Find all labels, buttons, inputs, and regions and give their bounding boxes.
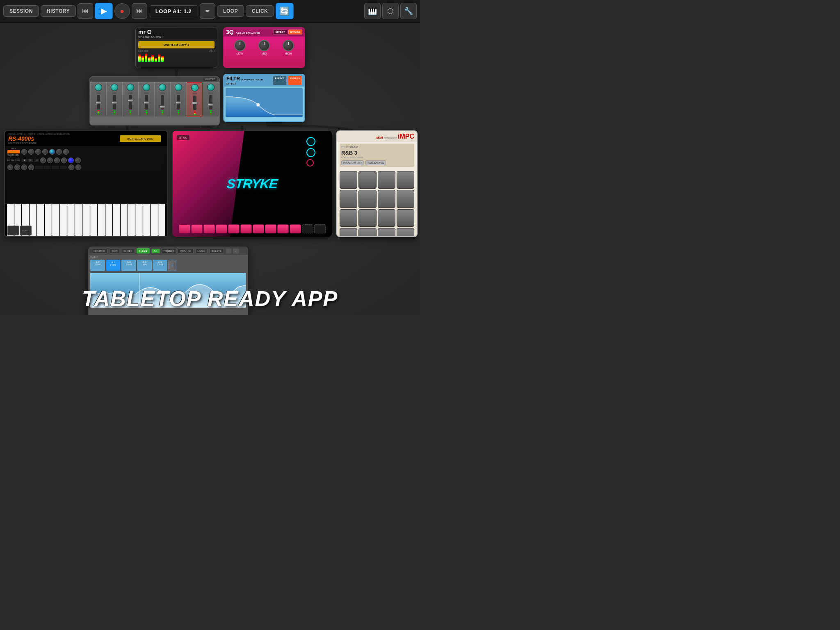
t101-impulse-btn[interactable]: IMPULSE: [178, 249, 193, 253]
settings-button[interactable]: 🔧: [400, 3, 417, 19]
loop-button[interactable]: LOOP: [217, 5, 244, 17]
mixer-channel-8[interactable]: PAN: [203, 82, 219, 116]
channel-4-knob[interactable]: [143, 84, 150, 91]
channel-1-fader[interactable]: [97, 95, 100, 110]
flt-e-btn[interactable]: [60, 166, 67, 169]
impc-pad-14[interactable]: [358, 228, 376, 237]
rewind-button[interactable]: ⏮: [78, 3, 93, 19]
flt-freq-btn[interactable]: [52, 166, 59, 169]
play-button[interactable]: ▶: [95, 3, 113, 19]
history-button[interactable]: HISTORY: [41, 5, 76, 17]
rs4000-knob-decay2[interactable]: [14, 164, 20, 170]
rs4000-knob-balance[interactable]: [56, 149, 62, 155]
channel-3-knob[interactable]: [127, 84, 134, 91]
channel-2-knob[interactable]: [111, 84, 118, 91]
filtr-instrument[interactable]: FILTR LOW PASS FILTER EFFECT EFFECT BYPA…: [223, 74, 305, 122]
rs4000-knob-sustain2[interactable]: [21, 164, 27, 170]
key-a3[interactable]: [151, 204, 158, 236]
rs4000-knob-release2[interactable]: [28, 164, 34, 170]
lfo-fade-btn[interactable]: [43, 166, 51, 169]
rs4000-knob-drive[interactable]: [63, 149, 69, 155]
rs4000-knob-release[interactable]: [75, 158, 81, 163]
key-d2[interactable]: [67, 204, 74, 236]
loop-position-display[interactable]: LOOP A1: 1.2: [149, 5, 198, 17]
key-e2[interactable]: [75, 204, 82, 236]
key-a[interactable]: [45, 204, 52, 236]
stryke-pad-knob-1[interactable]: [302, 224, 313, 233]
impc-pad-9[interactable]: [340, 209, 357, 227]
impc-pad-16[interactable]: [397, 228, 414, 237]
lfo-rate-btn[interactable]: [35, 166, 43, 169]
record-button[interactable]: ●: [114, 3, 130, 19]
impc-pad-1[interactable]: [340, 171, 357, 189]
rs4000-keyboard[interactable]: SCROLL: [5, 203, 167, 236]
stryke-pad-knob-2[interactable]: [314, 224, 326, 233]
key-a2[interactable]: [98, 204, 105, 236]
bypass-toggle[interactable]: BYPASS: [288, 30, 302, 34]
channel-1-knob[interactable]: [95, 84, 102, 91]
channel-4-fader[interactable]: [145, 95, 148, 110]
mixer-channel-5[interactable]: PAN: [155, 82, 170, 116]
mixer-instrument[interactable]: MASTER PAN PAN: [89, 76, 220, 126]
channel-7-fader[interactable]: [193, 96, 196, 110]
key-e3[interactable]: [128, 204, 135, 236]
stryke-pad-6[interactable]: [240, 224, 252, 233]
effect-toggle[interactable]: EFFECT: [273, 30, 287, 34]
t101-track-4[interactable]: A.4 2 BPM: [153, 260, 167, 271]
mixer-channel-1[interactable]: PAN: [91, 82, 106, 116]
sync-button[interactable]: 🔄: [276, 3, 294, 19]
impc-pad-2[interactable]: [358, 171, 376, 189]
key-d3[interactable]: [121, 204, 128, 236]
mixer-channel-3[interactable]: PAN: [123, 82, 138, 116]
key-c2[interactable]: [60, 204, 67, 236]
stryke-pad-2[interactable]: [191, 224, 203, 233]
rs4000-knob-mwave[interactable]: [42, 149, 48, 155]
channel-5-knob[interactable]: [159, 84, 166, 91]
t101-minus-btn[interactable]: -: [226, 249, 231, 253]
t101-track-1[interactable]: A.1 2 BPM: [106, 260, 121, 271]
filter-type-btn[interactable]: LP: [22, 159, 27, 162]
rs4000-knob-decay[interactable]: [61, 158, 67, 163]
key-f3[interactable]: [135, 204, 142, 236]
pencil-button[interactable]: ✏: [200, 3, 215, 19]
key-g2[interactable]: [90, 204, 97, 236]
mixer-channel-2[interactable]: PAN: [107, 82, 122, 116]
channel-7-knob[interactable]: [191, 84, 199, 91]
filter-type-btn[interactable]: BP: [27, 159, 33, 162]
filtr-display[interactable]: [226, 88, 303, 117]
channel-8-fader[interactable]: [209, 95, 212, 110]
eq-high-knob[interactable]: [283, 40, 294, 51]
nodes-button[interactable]: ⬡: [382, 3, 399, 19]
impc-new-sample-btn[interactable]: NEW SAMPLE: [365, 160, 386, 165]
impc-program-list-btn[interactable]: PROGRAM LIST: [341, 160, 364, 165]
rs4000-knob-sustain[interactable]: [68, 158, 74, 163]
channel-2-fader[interactable]: [113, 95, 116, 110]
channel-5-fader[interactable]: [161, 95, 164, 110]
click-button[interactable]: CLICK: [246, 5, 274, 17]
mr-o-instrument[interactable]: mr O MASTER OUTPUT UNTITLED COPY 2 OUTPU…: [135, 27, 217, 68]
key-b[interactable]: [52, 204, 59, 236]
eq-mid-knob[interactable]: [258, 40, 270, 51]
rs4000-knob-octave[interactable]: [21, 149, 27, 155]
t101-a1-btn[interactable]: A.1: [151, 249, 160, 253]
rs4000-knob-phmod[interactable]: [49, 149, 55, 155]
rs4000-knob-attack[interactable]: [54, 158, 60, 163]
key-f2[interactable]: [82, 204, 89, 236]
impc-pad-15[interactable]: [378, 228, 395, 237]
mixer-master-btn[interactable]: MASTER: [203, 78, 217, 81]
impc-pad-5[interactable]: [340, 190, 357, 208]
key-g3[interactable]: [143, 204, 150, 236]
mixer-channel-6[interactable]: PAN: [171, 82, 186, 116]
channel-8-knob[interactable]: [207, 84, 215, 91]
eq-3q-instrument[interactable]: 3Q 3-BAND EQUALIZER EFFECT BYPASS LOW MI…: [223, 27, 305, 68]
stryke-pad-8[interactable]: [265, 224, 276, 233]
channel-3-fader[interactable]: [129, 95, 132, 110]
filtr-effect-toggle[interactable]: EFFECT: [273, 76, 286, 85]
rs4000-knob-gain[interactable]: [75, 164, 81, 170]
eq-low-knob[interactable]: [234, 40, 246, 51]
mixer-channel-4[interactable]: PAN: [139, 82, 154, 116]
t101-delete-btn[interactable]: DELETE: [209, 249, 224, 253]
t101-slices-btn[interactable]: SLICES: [121, 249, 135, 253]
waveform-selector[interactable]: [7, 150, 20, 153]
t101-track-3[interactable]: A.3 2 BPM: [137, 260, 152, 271]
